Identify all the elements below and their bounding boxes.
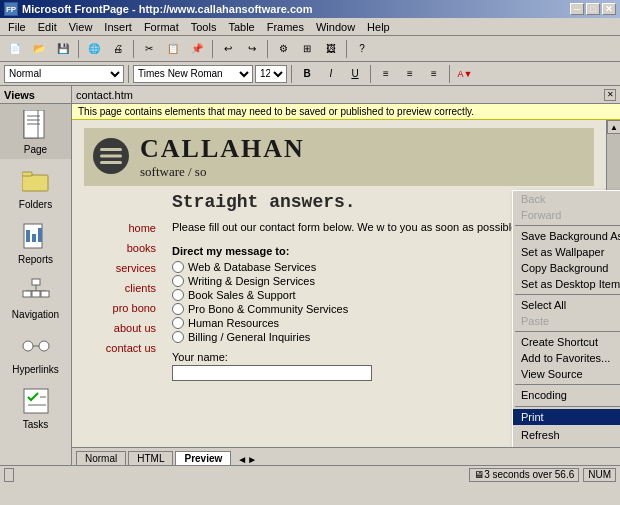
ctx-copy-bg[interactable]: Copy Background: [513, 260, 620, 276]
copy-button[interactable]: 📋: [162, 39, 184, 59]
menu-format[interactable]: Format: [138, 20, 185, 34]
radio-billing-label: Billing / General Inquiries: [188, 331, 310, 343]
ctx-back: Back: [513, 191, 620, 207]
ctx-sep-4: [515, 384, 620, 385]
nav-clients[interactable]: clients: [84, 282, 156, 294]
nav-contact[interactable]: contact us: [84, 342, 156, 354]
callahan-subtitle: software / so: [140, 164, 305, 180]
left-nav: home books services clients pro bono abo…: [84, 192, 164, 447]
svg-rect-6: [22, 172, 32, 176]
align-right-button[interactable]: ≡: [423, 64, 445, 84]
open-button[interactable]: 📂: [28, 39, 50, 59]
ctx-view-source[interactable]: View Source: [513, 366, 620, 382]
format-style-combo[interactable]: Normal: [4, 65, 124, 83]
print-button[interactable]: 🖨: [107, 39, 129, 59]
views-header: Views: [0, 86, 71, 104]
ctx-print[interactable]: Print: [513, 409, 620, 425]
titlebar-left: FP Microsoft FrontPage - http://www.call…: [4, 2, 313, 16]
hyperlinks-view-label: Hyperlinks: [12, 364, 59, 375]
svg-rect-15: [32, 291, 40, 297]
ctx-set-desktop[interactable]: Set as Desktop Item...: [513, 276, 620, 292]
name-input[interactable]: [172, 365, 372, 381]
view-hyperlinks[interactable]: Hyperlinks: [0, 324, 71, 379]
menu-view[interactable]: View: [63, 20, 99, 34]
image-button[interactable]: 🖼: [320, 39, 342, 59]
nav-books[interactable]: books: [84, 242, 156, 254]
nav-services[interactable]: services: [84, 262, 156, 274]
save-button[interactable]: 💾: [52, 39, 74, 59]
radio-probono-btn[interactable]: [172, 303, 184, 315]
menu-edit[interactable]: Edit: [32, 20, 63, 34]
help-button[interactable]: ?: [351, 39, 373, 59]
component-button[interactable]: ⚙: [272, 39, 294, 59]
views-panel: Views Page Folders: [0, 86, 72, 465]
app-icon: FP: [4, 2, 18, 16]
italic-button[interactable]: I: [320, 64, 342, 84]
paste-button[interactable]: 📌: [186, 39, 208, 59]
bold-button[interactable]: B: [296, 64, 318, 84]
menu-help[interactable]: Help: [361, 20, 396, 34]
radio-billing-btn[interactable]: [172, 331, 184, 343]
view-tasks[interactable]: Tasks: [0, 379, 71, 434]
tab-preview[interactable]: Preview: [175, 451, 231, 465]
font-size-combo[interactable]: 12: [255, 65, 287, 83]
insert-table-button[interactable]: ⊞: [296, 39, 318, 59]
minimize-button[interactable]: ─: [570, 3, 584, 15]
nav-home[interactable]: home: [84, 222, 156, 234]
ctx-sep-1: [515, 225, 620, 226]
radio-books-btn[interactable]: [172, 289, 184, 301]
ctx-encoding[interactable]: Encoding ▶: [513, 387, 620, 404]
nav-about[interactable]: about us: [84, 322, 156, 334]
titlebar-buttons[interactable]: ─ □ ✕: [570, 3, 616, 15]
tab-html[interactable]: HTML: [128, 451, 173, 465]
radio-hr-btn[interactable]: [172, 317, 184, 329]
toolbar-main: 📄 📂 💾 🌐 🖨 ✂ 📋 📌 ↩ ↪ ⚙ ⊞ 🖼 ?: [0, 36, 620, 62]
ctx-sep-2: [515, 294, 620, 295]
ctx-select-all[interactable]: Select All: [513, 297, 620, 313]
view-navigation[interactable]: Navigation: [0, 269, 71, 324]
align-center-button[interactable]: ≡: [399, 64, 421, 84]
callahan-title: CALLAHAN: [140, 134, 305, 164]
content-filename: contact.htm: [76, 89, 133, 101]
network-icon: 🖥: [474, 469, 484, 480]
ctx-refresh-label: Refresh: [521, 429, 560, 441]
menu-window[interactable]: Window: [310, 20, 361, 34]
view-reports[interactable]: Reports: [0, 214, 71, 269]
scroll-up-button[interactable]: ▲: [607, 120, 620, 134]
align-left-button[interactable]: ≡: [375, 64, 397, 84]
undo-button[interactable]: ↩: [217, 39, 239, 59]
radio-web-db-btn[interactable]: [172, 261, 184, 273]
menu-insert[interactable]: Insert: [98, 20, 138, 34]
publish-button[interactable]: 🌐: [83, 39, 105, 59]
cut-button[interactable]: ✂: [138, 39, 160, 59]
underline-button[interactable]: U: [344, 64, 366, 84]
content-area: contact.htm ✕ This page contains element…: [72, 86, 620, 465]
menu-table[interactable]: Table: [222, 20, 260, 34]
status-main: [4, 468, 14, 482]
font-combo[interactable]: Times New Roman: [133, 65, 253, 83]
ctx-create-shortcut[interactable]: Create Shortcut: [513, 334, 620, 350]
svg-rect-20: [24, 389, 48, 413]
maximize-button[interactable]: □: [586, 3, 600, 15]
content-close-button[interactable]: ✕: [604, 89, 616, 101]
view-page[interactable]: Page: [0, 104, 71, 159]
nav-probono[interactable]: pro bono: [84, 302, 156, 314]
new-button[interactable]: 📄: [4, 39, 26, 59]
scroll-left-icon[interactable]: ◄: [237, 454, 247, 465]
menu-file[interactable]: File: [2, 20, 32, 34]
view-folders[interactable]: Folders: [0, 159, 71, 214]
ctx-add-favorites[interactable]: Add to Favorites...: [513, 350, 620, 366]
ctx-save-bg[interactable]: Save Background As...: [513, 228, 620, 244]
ctx-refresh[interactable]: Refresh ↖: [513, 425, 620, 445]
svg-rect-25: [100, 155, 122, 158]
font-color-button[interactable]: A▼: [454, 64, 476, 84]
radio-writing-btn[interactable]: [172, 275, 184, 287]
menu-tools[interactable]: Tools: [185, 20, 223, 34]
close-button[interactable]: ✕: [602, 3, 616, 15]
ctx-set-wallpaper[interactable]: Set as Wallpaper: [513, 244, 620, 260]
menu-frames[interactable]: Frames: [261, 20, 310, 34]
redo-button[interactable]: ↪: [241, 39, 263, 59]
tasks-view-label: Tasks: [23, 419, 49, 430]
scroll-right-icon[interactable]: ►: [247, 454, 257, 465]
tab-normal[interactable]: Normal: [76, 451, 126, 465]
